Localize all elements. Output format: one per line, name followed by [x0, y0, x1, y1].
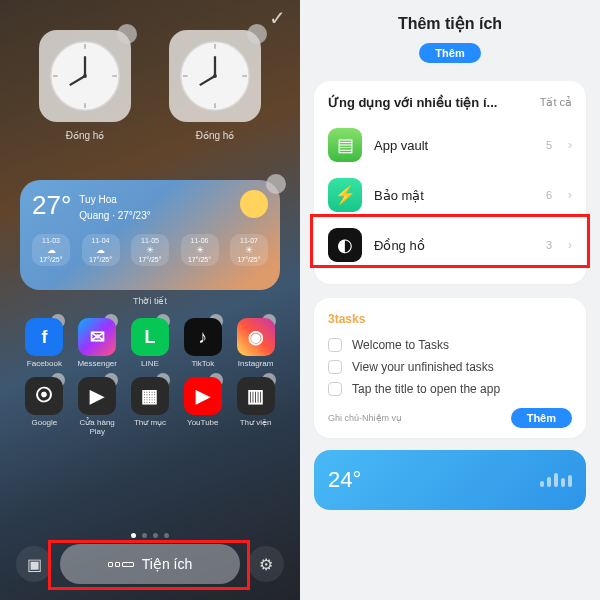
settings-button[interactable]: ⚙	[248, 546, 284, 582]
app-icon-tiktok[interactable]: ♪TikTok	[178, 318, 227, 369]
weather-temp: 27°	[32, 190, 71, 221]
chevron-right-icon: ›	[568, 138, 572, 152]
view-all-link[interactable]: Tất cả	[540, 96, 572, 109]
app-row-app-vault[interactable]: ▤App vault5›	[328, 120, 572, 170]
forecast-day: 11-05☀17°/25°	[131, 234, 169, 266]
task-item[interactable]: View your unfinished tasks	[328, 356, 572, 378]
checkbox-icon[interactable]	[328, 382, 342, 396]
clock-widget-label: Đồng hồ	[196, 130, 235, 141]
apps-heading: Ứng dụng với nhiều tiện í...	[328, 95, 497, 110]
task-item[interactable]: Welcome to Tasks	[328, 334, 572, 356]
checkbox-icon[interactable]	[328, 360, 342, 374]
tasks-card: 3tasks Welcome to TasksView your unfinis…	[314, 298, 586, 438]
tasks-add-button[interactable]: Thêm	[511, 408, 572, 428]
clock-widget-label: Đồng hồ	[66, 130, 105, 141]
app-icon-messenger[interactable]: ✉Messenger	[73, 318, 122, 369]
sun-icon	[240, 190, 268, 218]
clock-widget[interactable]: Đồng hồ	[30, 30, 140, 141]
app-icon-thư-viện[interactable]: ▥Thư viện	[231, 377, 280, 437]
app-grid: fFacebook✉MessengerLLINE♪TikTok◉Instagra…	[20, 318, 280, 436]
forecast-day: 11-07☀17°/25°	[230, 234, 268, 266]
app-row-bảo-mật[interactable]: ⚡Bảo mật6›	[328, 170, 572, 220]
weather-location-1: Tuy Hoa	[79, 193, 240, 206]
clock-icon	[47, 38, 123, 114]
wallpaper-button[interactable]: ▣	[16, 546, 52, 582]
app-icon-facebook[interactable]: fFacebook	[20, 318, 69, 369]
page-dots[interactable]	[0, 533, 300, 538]
chevron-right-icon: ›	[568, 188, 572, 202]
tasks-footer-label: Ghi chú-Nhiệm vụ	[328, 413, 402, 423]
app-icon-youtube[interactable]: ▶YouTube	[178, 377, 227, 437]
tasks-title: 3tasks	[328, 312, 572, 326]
svg-point-11	[213, 74, 217, 78]
highlight-widgets-button	[48, 540, 250, 590]
svg-point-3	[83, 74, 87, 78]
forecast-day: 11-03☁17°/25°	[32, 234, 70, 266]
checkbox-icon[interactable]	[328, 338, 342, 352]
highlight-security-row	[310, 214, 590, 268]
forecast-day: 11-06☀17°/25°	[181, 234, 219, 266]
weather-widget[interactable]: 27° Tuy Hoa Quang · 27°/23° 11-03☁17°/25…	[20, 180, 280, 290]
weather-widget-small[interactable]: 24°	[314, 450, 586, 510]
weather2-temp: 24°	[328, 467, 361, 493]
confirm-icon[interactable]: ✓	[269, 6, 286, 30]
panel-title: Thêm tiện ích	[314, 14, 586, 33]
task-item[interactable]: Tap the title to open the app	[328, 378, 572, 400]
weather-widget-label: Thời tiết	[0, 296, 300, 306]
app-icon-instagram[interactable]: ◉Instagram	[231, 318, 280, 369]
add-button-top[interactable]: Thêm	[419, 43, 480, 63]
clock-widget[interactable]: Đồng hồ	[160, 30, 270, 141]
add-widget-panel: Thêm tiện ích Thêm Ứng dụng với nhiều ti…	[300, 0, 600, 600]
clock-widgets-row: Đồng hồ Đồng hồ	[16, 30, 284, 141]
phone-home-editor: ✓ Đồng hồ	[0, 0, 300, 600]
app-icon-google[interactable]: ⦿Google	[20, 377, 69, 437]
weather2-bars-icon	[540, 473, 572, 487]
app-icon-line[interactable]: LLINE	[126, 318, 175, 369]
forecast-day: 11-04☁17°/25°	[82, 234, 120, 266]
app-icon-cửa-hàng-play[interactable]: ▶Cửa hàng Play	[73, 377, 122, 437]
weather-location-2: Quang · 27°/23°	[79, 209, 240, 222]
app-icon-thư-mục[interactable]: ▦Thư mục	[126, 377, 175, 437]
clock-icon	[177, 38, 253, 114]
